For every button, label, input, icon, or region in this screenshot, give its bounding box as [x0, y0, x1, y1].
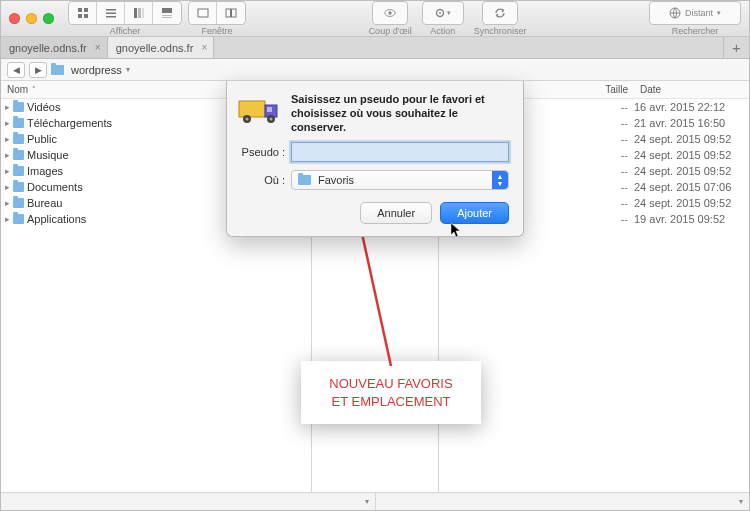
add-button[interactable]: Ajouter: [440, 202, 509, 224]
annotation-box: NOUVEAU FAVORIS ET EMPLACEMENT: [301, 361, 481, 424]
file-date: 24 sept. 2015 09:52: [634, 149, 749, 161]
annotation-line1: NOUVEAU FAVORIS: [313, 375, 469, 393]
tab-2[interactable]: × gnoyelle.odns.fr: [108, 37, 215, 58]
svg-point-19: [439, 12, 441, 14]
svg-rect-10: [162, 8, 172, 13]
zoom-window-button[interactable]: [43, 13, 54, 24]
svg-rect-3: [84, 14, 88, 18]
view-icon-button[interactable]: [69, 2, 97, 24]
folder-icon: [13, 118, 24, 128]
truck-icon: [237, 93, 283, 129]
close-tab-icon[interactable]: ×: [95, 42, 101, 53]
disclosure-icon[interactable]: ▸: [1, 102, 13, 112]
window-single-button[interactable]: [189, 2, 217, 24]
quicklook-label: Coup d'œil: [369, 26, 412, 36]
tab-1[interactable]: × gnoyelle.odns.fr: [1, 37, 108, 58]
path-current[interactable]: wordpress: [71, 64, 122, 76]
list-item-meta: --21 avr. 2015 16:50: [584, 115, 749, 131]
file-date: 24 sept. 2015 07:06: [634, 181, 749, 193]
action-segment: ▾ Action: [422, 1, 464, 36]
window-segment: Fenêtre: [188, 1, 246, 36]
disclosure-icon[interactable]: ▸: [1, 166, 13, 176]
close-tab-icon[interactable]: ×: [202, 42, 208, 53]
location-select[interactable]: Favoris ▲▼: [291, 170, 509, 190]
close-window-button[interactable]: [9, 13, 20, 24]
svg-rect-7: [134, 8, 137, 18]
disclosure-icon[interactable]: ▸: [1, 198, 13, 208]
statusbar: ▾ ▾: [1, 492, 749, 510]
window-split-button[interactable]: [217, 2, 245, 24]
svg-rect-11: [162, 15, 172, 16]
col-size-header[interactable]: Taille: [584, 81, 634, 98]
svg-point-17: [389, 11, 392, 14]
tab-label: gnoyelle.odns.fr: [116, 42, 194, 54]
svg-rect-23: [267, 107, 272, 112]
minimize-window-button[interactable]: [26, 13, 37, 24]
remote-segment: Distant▾ Rechercher: [649, 1, 741, 36]
list-item-meta: --24 sept. 2015 09:52: [584, 195, 749, 211]
folder-icon: [51, 65, 64, 75]
file-date: 21 avr. 2015 16:50: [634, 117, 749, 129]
disclosure-icon[interactable]: ▸: [1, 214, 13, 224]
view-columns-button[interactable]: [125, 2, 153, 24]
file-size: --: [584, 213, 634, 225]
remote-text: Distant: [685, 8, 713, 18]
status-left: ▾: [1, 493, 375, 510]
folder-icon: [13, 214, 24, 224]
titlebar: Afficher Fenêtre Coup d'œil ▾ Action Syn…: [1, 1, 749, 37]
file-size: --: [584, 181, 634, 193]
search-label: Rechercher: [672, 26, 719, 36]
folder-icon: [13, 134, 24, 144]
folder-icon: [13, 166, 24, 176]
folder-icon: [13, 102, 24, 112]
select-arrows-icon: ▲▼: [492, 171, 508, 189]
svg-rect-5: [106, 13, 116, 15]
view-coverflow-button[interactable]: [153, 2, 181, 24]
list-item-meta: --16 avr. 2015 22:12: [584, 99, 749, 115]
tab-label: gnoyelle.odns.fr: [9, 42, 87, 54]
app-window: Afficher Fenêtre Coup d'œil ▾ Action Syn…: [0, 0, 750, 511]
svg-rect-21: [239, 101, 265, 117]
svg-rect-8: [138, 8, 141, 18]
svg-rect-2: [78, 14, 82, 18]
nav-back-button[interactable]: ◀: [7, 62, 25, 78]
action-button[interactable]: ▾: [423, 2, 463, 24]
svg-rect-4: [106, 9, 116, 11]
favorite-sheet: Saisissez un pseudo pour le favori et ch…: [226, 81, 524, 237]
disclosure-icon[interactable]: ▸: [1, 134, 13, 144]
file-size: --: [584, 165, 634, 177]
svg-rect-15: [232, 9, 237, 17]
view-list-button[interactable]: [97, 2, 125, 24]
nav-forward-button[interactable]: ▶: [29, 62, 47, 78]
quicklook-button[interactable]: [373, 2, 407, 24]
list-item-meta: --24 sept. 2015 09:52: [584, 131, 749, 147]
col-date-header[interactable]: Date: [634, 81, 749, 98]
pseudo-label: Pseudo :: [237, 146, 285, 158]
cursor-icon: [451, 223, 463, 242]
file-date: 24 sept. 2015 09:52: [634, 197, 749, 209]
quicklook-segment: Coup d'œil: [369, 1, 412, 36]
svg-rect-12: [162, 17, 172, 18]
pseudo-input[interactable]: [291, 142, 509, 162]
svg-rect-0: [78, 8, 82, 12]
location-value: Favoris: [318, 174, 354, 186]
folder-icon: [13, 198, 24, 208]
remote-button[interactable]: Distant▾: [650, 2, 740, 24]
action-label: Action: [430, 26, 455, 36]
cancel-button[interactable]: Annuler: [360, 202, 432, 224]
view-segment: Afficher: [68, 1, 182, 36]
svg-rect-14: [226, 9, 231, 17]
disclosure-icon[interactable]: ▸: [1, 118, 13, 128]
list-item-meta: --24 sept. 2015 09:52: [584, 163, 749, 179]
new-tab-button[interactable]: +: [723, 37, 749, 58]
window-controls: [9, 13, 54, 24]
annotation-line2: ET EMPLACEMENT: [313, 393, 469, 411]
folder-icon: [13, 150, 24, 160]
disclosure-icon[interactable]: ▸: [1, 182, 13, 192]
location-label: Où :: [237, 174, 285, 186]
sync-button[interactable]: [483, 2, 517, 24]
list-item-meta: --19 avr. 2015 09:52: [584, 211, 749, 227]
view-label: Afficher: [110, 26, 140, 36]
status-right: ▾: [375, 493, 750, 510]
disclosure-icon[interactable]: ▸: [1, 150, 13, 160]
